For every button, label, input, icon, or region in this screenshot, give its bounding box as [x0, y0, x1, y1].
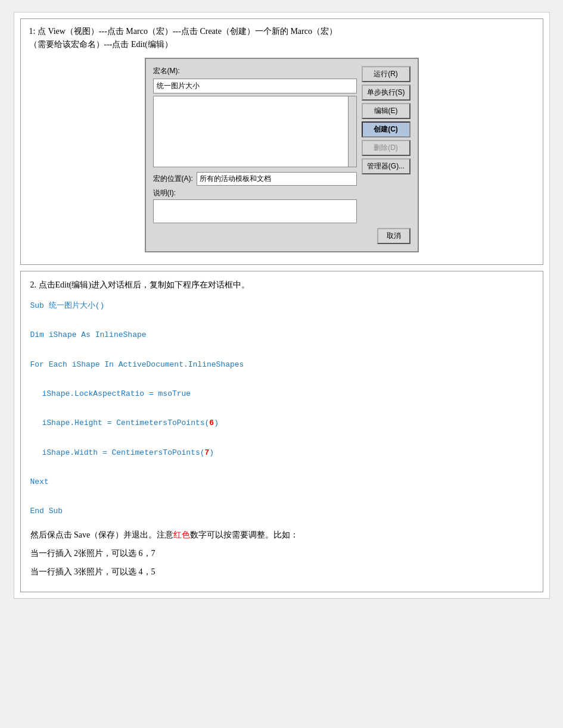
- note1: 然后保点击 Save（保存）并退出。注意红色数字可以按需要调整。比如：: [30, 527, 533, 542]
- note2: 当一行插入 2张照片，可以选 6，7: [30, 546, 533, 561]
- code-line1: Sub 统一图片大小(): [30, 299, 533, 314]
- section1-line2: （需要给该宏命名）---点击 Edit(编辑）: [29, 38, 534, 51]
- code-line-blank7: [30, 490, 533, 505]
- note1-red: 红色: [173, 530, 190, 539]
- btn-edit[interactable]: 编辑(E): [362, 103, 410, 119]
- macro-bottom-btn-row: 取消: [153, 228, 410, 244]
- code-line9-end: ): [214, 418, 219, 427]
- macro-name-input[interactable]: 统一图片大小: [153, 79, 357, 93]
- btn-manager[interactable]: 管理器(G)...: [362, 158, 410, 174]
- macro-right: 运行(R) 单步执行(S) 编辑(E) 创建(C) 删除(D) 管理器(G)..…: [362, 66, 410, 223]
- section1-header: 1: 点 View（视图）---点击 Marco（宏）---点击 Create（…: [29, 25, 534, 52]
- macro-location-label: 宏的位置(A):: [153, 174, 193, 184]
- macro-location-row: 宏的位置(A): 所有的活动模板和文档: [153, 172, 357, 186]
- code-line9: iShape.Height = CentimetersToPoints(6): [30, 416, 533, 431]
- code-line13: Next: [30, 475, 533, 490]
- code-line3: Dim iShape As InlineShape: [30, 328, 533, 343]
- code-line9-num: 6: [209, 418, 214, 427]
- macro-location-select[interactable]: 所有的活动模板和文档: [197, 172, 357, 186]
- btn-create[interactable]: 创建(C): [362, 121, 410, 138]
- page-wrapper: 1: 点 View（视图）---点击 Marco（宏）---点击 Create（…: [14, 12, 550, 599]
- screenshot-container: 宏名(M): 统一图片大小 宏的位置(A): 所有的活动模板和文档 说明(I):: [29, 58, 534, 252]
- code-line11: iShape.Width = CentimetersToPoints(7): [30, 446, 533, 461]
- code-line-blank4: [30, 402, 533, 417]
- code-line-blank5: [30, 431, 533, 446]
- code-line-blank6: [30, 460, 533, 475]
- code-line-blank1: [30, 313, 533, 328]
- code-line11-text: iShape.Width = CentimetersToPoints(: [42, 448, 205, 457]
- section1-line1: 1: 点 View（视图）---点击 Marco（宏）---点击 Create（…: [29, 25, 534, 38]
- code-line9-text: iShape.Height = CentimetersToPoints(: [42, 418, 210, 427]
- macro-left: 宏名(M): 统一图片大小 宏的位置(A): 所有的活动模板和文档 说明(I):: [153, 66, 357, 223]
- macro-dialog-inner: 宏名(M): 统一图片大小 宏的位置(A): 所有的活动模板和文档 说明(I):: [153, 66, 410, 223]
- macro-desc-area: [153, 199, 357, 223]
- section1: 1: 点 View（视图）---点击 Marco（宏）---点击 Create（…: [20, 18, 543, 265]
- note3: 当一行插入 3张照片，可以选 4，5: [30, 564, 533, 579]
- macro-desc-label: 说明(I):: [153, 188, 357, 198]
- code-line-blank2: [30, 343, 533, 358]
- section2-header: 2. 点击Edit(编辑)进入对话框后，复制如下程序在对话框中。: [30, 280, 533, 290]
- btn-step[interactable]: 单步执行(S): [362, 85, 410, 101]
- btn-cancel[interactable]: 取消: [377, 228, 410, 244]
- code-line11-end: ): [209, 448, 214, 457]
- btn-run[interactable]: 运行(R): [362, 66, 410, 82]
- macro-name-label: 宏名(M):: [153, 66, 357, 76]
- btn-delete[interactable]: 删除(D): [362, 140, 410, 156]
- section2: 2. 点击Edit(编辑)进入对话框后，复制如下程序在对话框中。 Sub 统一图…: [20, 271, 543, 592]
- note1-end: 数字可以按需要调整。比如：: [190, 530, 298, 539]
- code-line5: For Each iShape In ActiveDocument.Inline…: [30, 358, 533, 373]
- macro-list-scrollbar[interactable]: [348, 96, 356, 167]
- macro-bottom-row: 宏的位置(A): 所有的活动模板和文档 说明(I):: [153, 172, 357, 223]
- code-line-blank3: [30, 372, 533, 387]
- code-line7: iShape.LockAspectRatio = msoTrue: [30, 387, 533, 402]
- macro-dialog: 宏名(M): 统一图片大小 宏的位置(A): 所有的活动模板和文档 说明(I):: [145, 58, 419, 252]
- code-line15: End Sub: [30, 504, 533, 519]
- code-block: Sub 统一图片大小() Dim iShape As InlineShape F…: [30, 299, 533, 519]
- note1-text: 然后保点击 Save（保存）并退出。注意: [30, 530, 174, 539]
- macro-list-area: [153, 96, 357, 167]
